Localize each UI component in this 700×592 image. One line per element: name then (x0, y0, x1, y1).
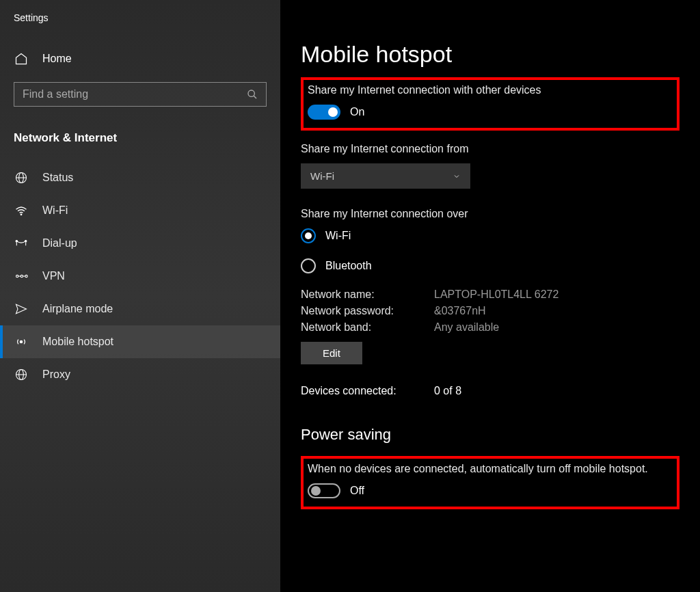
sidebar-item-proxy[interactable]: Proxy (0, 358, 280, 391)
network-password-value: &03767nH (434, 305, 486, 317)
vpn-icon (14, 269, 29, 283)
sidebar-item-label: VPN (42, 270, 65, 282)
sidebar-item-dialup[interactable]: Dial-up (0, 227, 280, 260)
wifi-icon (14, 204, 29, 217)
sidebar-item-label: Mobile hotspot (42, 336, 113, 348)
sidebar-item-status[interactable]: Status (0, 161, 280, 194)
radio-icon (301, 258, 316, 273)
svg-line-1 (254, 96, 256, 98)
sidebar-item-label: Proxy (42, 368, 70, 381)
page-title: Mobile hotspot (301, 41, 679, 68)
dialup-icon (14, 237, 29, 250)
radio-label: Wi-Fi (325, 230, 351, 242)
sidebar-item-label: Wi-Fi (42, 204, 68, 217)
sidebar-item-hotspot[interactable]: Mobile hotspot (0, 325, 280, 358)
sidebar-item-label: Status (42, 172, 73, 184)
svg-point-6 (16, 240, 18, 242)
svg-point-15 (20, 340, 22, 342)
devices-value: 0 of 8 (434, 385, 461, 397)
main-content: Mobile hotspot Share my Internet connect… (280, 0, 700, 592)
svg-point-14 (25, 275, 27, 277)
power-label: When no devices are connected, automatic… (308, 463, 670, 475)
app-title: Settings (0, 7, 280, 44)
airplane-icon (14, 302, 29, 316)
from-value: Wi-Fi (310, 170, 334, 182)
over-label: Share my Internet connection over (301, 208, 679, 220)
radio-icon (301, 228, 316, 243)
home-label: Home (42, 53, 72, 65)
devices-label: Devices connected: (301, 385, 434, 397)
radio-label: Bluetooth (325, 260, 372, 272)
sidebar: Settings Home Network & Internet Status (0, 0, 280, 592)
sidebar-item-vpn[interactable]: VPN (0, 260, 280, 293)
svg-point-7 (25, 240, 26, 242)
power-heading: Power saving (301, 426, 679, 444)
sidebar-item-label: Airplane mode (42, 303, 113, 315)
sidebar-item-wifi[interactable]: Wi-Fi (0, 194, 280, 227)
power-toggle-highlight: When no devices are connected, automatic… (301, 456, 679, 509)
network-password-label: Network password: (301, 305, 434, 317)
power-toggle-status: Off (350, 485, 364, 497)
chevron-down-icon (453, 172, 461, 180)
network-name-value: LAPTOP-HL0TL4LL 6272 (434, 288, 558, 301)
search-icon (247, 89, 258, 100)
sidebar-category: Network & Internet (0, 120, 280, 161)
search-input[interactable] (23, 88, 247, 100)
network-band-label: Network band: (301, 321, 434, 334)
over-radio-bluetooth[interactable]: Bluetooth (301, 258, 679, 273)
sidebar-item-label: Dial-up (42, 237, 77, 250)
home-nav[interactable]: Home (0, 44, 280, 74)
network-name-label: Network name: (301, 288, 434, 301)
share-label: Share my Internet connection with other … (308, 84, 670, 96)
svg-point-0 (248, 90, 254, 96)
globe-icon (14, 171, 29, 185)
share-toggle-status: On (350, 106, 364, 118)
svg-point-5 (21, 214, 22, 215)
search-box[interactable] (14, 82, 267, 107)
from-dropdown[interactable]: Wi-Fi (301, 163, 470, 189)
network-band-value: Any available (434, 321, 499, 334)
share-toggle[interactable] (308, 105, 340, 120)
home-icon (14, 52, 29, 66)
svg-point-10 (16, 275, 18, 277)
over-radio-wifi[interactable]: Wi-Fi (301, 228, 679, 243)
hotspot-icon (14, 335, 29, 349)
power-toggle[interactable] (308, 483, 340, 498)
from-label: Share my Internet connection from (301, 143, 679, 155)
proxy-icon (14, 368, 29, 381)
sidebar-item-airplane[interactable]: Airplane mode (0, 293, 280, 325)
share-toggle-highlight: Share my Internet connection with other … (301, 77, 679, 131)
edit-button[interactable]: Edit (301, 342, 362, 364)
svg-point-12 (21, 275, 23, 277)
